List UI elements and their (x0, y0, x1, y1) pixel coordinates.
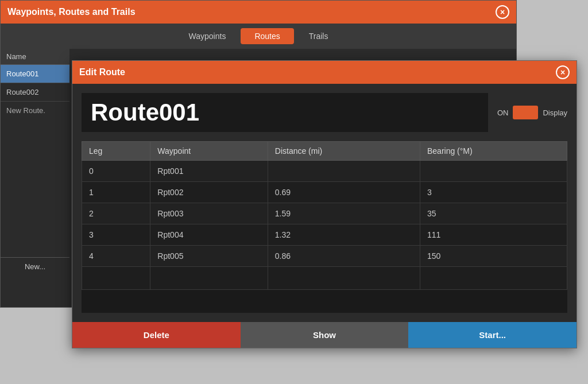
modal-titlebar: Edit Route × (72, 61, 577, 84)
route-name-row: Route001 ON Display (82, 93, 567, 132)
display-label: Display (543, 108, 567, 117)
edit-route-modal: Edit Route × Route001 ON Display Leg Way… (72, 60, 577, 348)
cell-bearing-2: 35 (420, 203, 567, 224)
tabs-bar: Waypoints Routes Trails (1, 24, 516, 49)
cell-bearing-3: 111 (420, 224, 567, 246)
list-item-new-route[interactable]: New Route. (1, 102, 69, 119)
col-distance: Distance (mi) (268, 142, 420, 161)
modal-title: Edit Route (79, 67, 125, 77)
modal-close-button[interactable]: × (556, 65, 570, 79)
col-waypoint: Waypoint (150, 142, 268, 161)
cell-leg-2: 2 (82, 203, 150, 224)
table-row-empty (82, 267, 567, 290)
col-bearing: Bearing (°M) (420, 142, 567, 161)
empty-cell-0 (82, 267, 150, 290)
cell-leg-1: 1 (82, 182, 150, 203)
list-item-route001[interactable]: Route001 (1, 65, 69, 83)
cell-waypoint-2: Rpt003 (150, 203, 268, 224)
spacer-area (82, 290, 567, 313)
cell-distance-0 (268, 161, 420, 182)
table-row[interactable]: 1Rpt0020.693 (82, 182, 567, 203)
modal-body: Route001 ON Display Leg Waypoint Distanc… (72, 84, 577, 322)
start-button[interactable]: Start... (408, 322, 577, 348)
cell-distance-1: 0.69 (268, 182, 420, 203)
cell-leg-3: 3 (82, 224, 150, 246)
cell-leg-4: 4 (82, 246, 150, 267)
cell-waypoint-4: Rpt005 (150, 246, 268, 267)
table-row[interactable]: 2Rpt0031.5935 (82, 203, 567, 224)
bg-close-button[interactable]: × (496, 5, 509, 19)
table-row[interactable]: 4Rpt0050.86150 (82, 246, 567, 267)
tab-trails[interactable]: Trails (295, 28, 342, 44)
list-header: Name (1, 49, 69, 65)
bg-window-titlebar: Waypoints, Routes and Trails × (1, 1, 516, 24)
show-button[interactable]: Show (241, 322, 409, 348)
cell-distance-4: 0.86 (268, 246, 420, 267)
modal-footer: Delete Show Start... (72, 322, 577, 348)
new-route-button[interactable]: New... (1, 257, 69, 276)
bg-route-list: Name Route001 Route002 New Route. New... (1, 49, 69, 307)
list-item-route002[interactable]: Route002 (1, 83, 69, 102)
cell-bearing-4: 150 (420, 246, 567, 267)
toggle-on-label: ON (497, 108, 509, 117)
tab-waypoints[interactable]: Waypoints (175, 28, 240, 44)
bg-window-title: Waypoints, Routes and Trails (7, 7, 136, 17)
table-row[interactable]: 0Rpt001 (82, 161, 567, 182)
display-toggle-switch[interactable] (513, 106, 538, 119)
empty-cell-1 (150, 267, 268, 290)
col-leg: Leg (82, 142, 150, 161)
cell-bearing-1: 3 (420, 182, 567, 203)
cell-waypoint-3: Rpt004 (150, 224, 268, 246)
delete-button[interactable]: Delete (72, 322, 241, 348)
route-name-display: Route001 (82, 93, 488, 132)
empty-cell-3 (420, 267, 567, 290)
route-table: Leg Waypoint Distance (mi) Bearing (°M) … (82, 141, 567, 290)
table-row[interactable]: 3Rpt0041.32111 (82, 224, 567, 246)
cell-waypoint-1: Rpt002 (150, 182, 268, 203)
cell-bearing-0 (420, 161, 567, 182)
table-header-row: Leg Waypoint Distance (mi) Bearing (°M) (82, 142, 567, 161)
tab-routes[interactable]: Routes (241, 28, 293, 44)
cell-distance-2: 1.59 (268, 203, 420, 224)
cell-waypoint-0: Rpt001 (150, 161, 268, 182)
empty-cell-2 (268, 267, 420, 290)
cell-leg-0: 0 (82, 161, 150, 182)
display-toggle-area: ON Display (497, 106, 567, 119)
cell-distance-3: 1.32 (268, 224, 420, 246)
